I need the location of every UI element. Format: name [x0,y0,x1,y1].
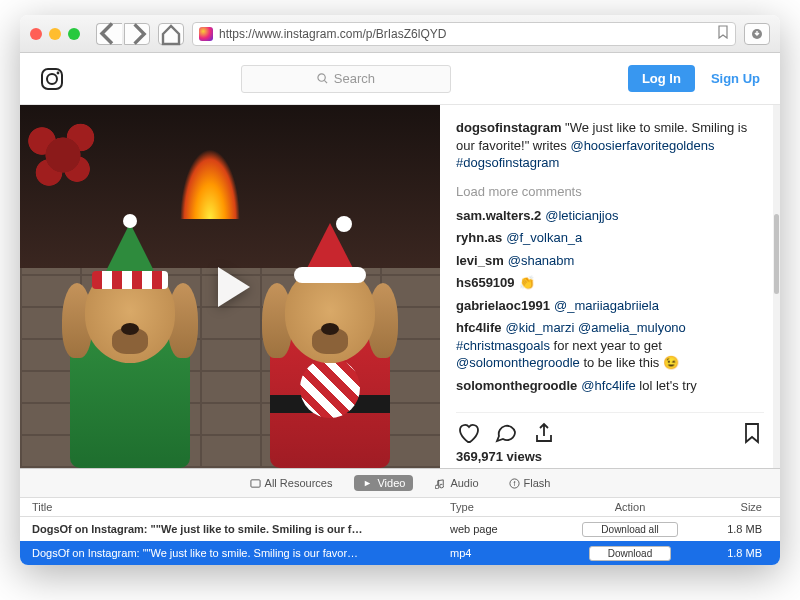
login-button[interactable]: Log In [628,65,695,92]
search-placeholder: Search [334,71,375,86]
comments-list: sam.walters.2@leticianjjosryhn.as@f_volk… [456,207,764,400]
row-title: DogsOf on Instagram: ""We just like to s… [20,523,450,535]
tab-flash[interactable]: fFlash [501,475,559,491]
scrollbar-track [773,105,780,468]
comment-author[interactable]: hfc4life [456,320,502,335]
close-window-icon[interactable] [30,28,42,40]
window-controls [30,28,80,40]
download-inspector: All Resources Video Audio fFlash Title T… [20,468,780,565]
svg-point-2 [47,74,57,84]
mention-link[interactable]: @amelia_mulyono [578,320,686,335]
titlebar: https://www.instagram.com/p/BrIasZ6lQYD [20,15,780,53]
mention-link[interactable]: @shanabm [508,253,575,268]
play-button[interactable] [195,252,265,322]
comment-body: @leticianjjos [545,208,618,223]
comment: solomonthegroodle@hfc4life lol let's try [456,377,764,395]
caption-hashtag[interactable]: #dogsofinstagram [456,155,559,170]
svg-rect-5 [250,479,259,486]
tab-video[interactable]: Video [354,475,413,491]
comment-author[interactable]: solomonthegroodle [456,378,577,393]
comment: levi_sm@shanabm [456,252,764,270]
download-button[interactable]: Download [589,546,671,561]
site-favicon-icon [199,27,213,41]
post-media[interactable] [20,105,440,468]
mention-link[interactable]: @leticianjjos [545,208,618,223]
url-text: https://www.instagram.com/p/BrIasZ6lQYD [219,27,446,41]
url-bar[interactable]: https://www.instagram.com/p/BrIasZ6lQYD [192,22,736,46]
downloads-button[interactable] [744,23,770,45]
post: dogsofinstagram "We just like to smile. … [20,105,780,468]
row-type: web page [450,523,560,535]
mention-link[interactable]: #christmasgoals [456,338,550,353]
row-type: mp4 [450,547,560,559]
instagram-logo-icon[interactable] [40,67,64,91]
col-type: Type [450,501,560,513]
minimize-window-icon[interactable] [49,28,61,40]
mention-link[interactable]: @f_volkan_a [506,230,582,245]
save-icon[interactable] [740,421,764,445]
page-content: Search Log In Sign Up [20,53,780,565]
tab-all-resources[interactable]: All Resources [242,475,341,491]
table-row[interactable]: DogsOf on Instagram: ""We just like to s… [20,517,780,541]
caption-mention[interactable]: @hoosierfavoritegoldens [570,138,714,153]
post-sidebar: dogsofinstagram "We just like to smile. … [440,105,780,468]
instagram-header: Search Log In Sign Up [20,53,780,105]
comment: ryhn.as@f_volkan_a [456,229,764,247]
comment-body: @f_volkan_a [506,230,582,245]
search-input[interactable]: Search [241,65,451,93]
row-size: 1.8 MB [700,547,780,559]
forward-button[interactable] [124,23,150,45]
home-button[interactable] [158,23,184,45]
svg-rect-1 [42,69,62,89]
view-count: 369,971 views [456,449,764,468]
comment-author[interactable]: sam.walters.2 [456,208,541,223]
browser-window: https://www.instagram.com/p/BrIasZ6lQYD … [20,15,780,565]
load-more-comments[interactable]: Load more comments [456,184,764,199]
comment-body: 👏 [519,275,535,290]
comment-author[interactable]: hs659109 [456,275,515,290]
col-title: Title [20,501,450,513]
comment: hs659109👏 [456,274,764,292]
share-icon[interactable] [532,421,556,445]
scrollbar-thumb[interactable] [774,214,779,294]
mention-link[interactable]: @solomonthegroodle [456,355,580,370]
comment-body: @hfc4life lol let's try [581,378,696,393]
comment-icon[interactable] [494,421,518,445]
download-all-button[interactable]: Download all [582,522,677,537]
table-row[interactable]: DogsOf on Instagram: ""We just like to s… [20,541,780,565]
comment-author[interactable]: levi_sm [456,253,504,268]
post-actions [456,412,764,449]
row-title: DogsOf on Instagram: ""We just like to s… [20,547,450,559]
bookmark-icon[interactable] [717,25,729,42]
comment-author[interactable]: ryhn.as [456,230,502,245]
comment-body: @_mariiagabriiela [554,298,659,313]
tab-audio[interactable]: Audio [427,475,486,491]
mention-link[interactable]: @_mariiagabriiela [554,298,659,313]
inspector-table-header: Title Type Action Size [20,497,780,517]
comment-author[interactable]: gabrielaoc1991 [456,298,550,313]
col-size: Size [700,501,780,513]
col-action: Action [560,501,700,513]
comment-body: @shanabm [508,253,575,268]
mention-link[interactable]: @kid_marzi [506,320,575,335]
signup-link[interactable]: Sign Up [711,71,760,86]
comment: hfc4life@kid_marzi @amelia_mulyono #chri… [456,319,764,372]
mention-link[interactable]: @hfc4life [581,378,635,393]
svg-text:f: f [513,480,515,487]
post-caption: dogsofinstagram "We just like to smile. … [456,119,764,172]
inspector-tabs: All Resources Video Audio fFlash [20,469,780,497]
svg-point-3 [57,71,60,74]
search-icon [317,73,328,84]
nav-buttons [96,23,150,45]
row-size: 1.8 MB [700,523,780,535]
caption-author[interactable]: dogsofinstagram [456,120,561,135]
like-icon[interactable] [456,421,480,445]
comment: gabrielaoc1991@_mariiagabriiela [456,297,764,315]
zoom-window-icon[interactable] [68,28,80,40]
comment: sam.walters.2@leticianjjos [456,207,764,225]
svg-point-4 [318,74,325,81]
back-button[interactable] [96,23,122,45]
